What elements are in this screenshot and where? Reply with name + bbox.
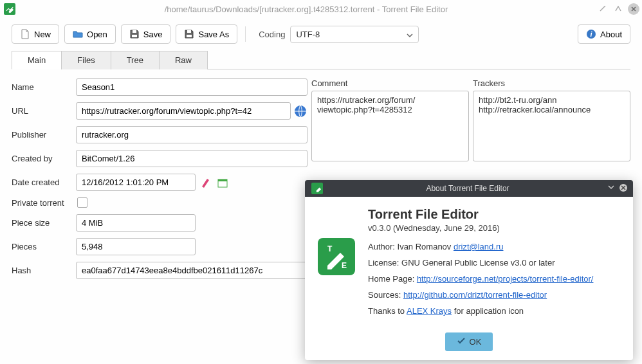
save-as-icon <box>184 29 194 39</box>
about-sources: Sources: http://github.com/drizt/torrent… <box>368 290 620 300</box>
about-button[interactable]: i About <box>578 24 630 44</box>
minimize-button[interactable] <box>597 3 609 15</box>
new-label: New <box>34 30 51 39</box>
window-title: /home/taurus/Downloads/[rutracker.org].t… <box>15 5 597 14</box>
save-as-button[interactable]: Save As <box>176 24 237 44</box>
author-email-link[interactable]: drizt@land.ru <box>454 242 504 251</box>
titlebar: /home/taurus/Downloads/[rutracker.org].t… <box>0 0 642 18</box>
svg-text:E: E <box>342 261 347 270</box>
about-homepage: Home Page: http://sourceforge.net/projec… <box>368 274 620 284</box>
check-icon <box>457 336 466 347</box>
chevron-down-icon <box>407 30 413 39</box>
tabs: Main Files Tree Raw <box>12 50 630 69</box>
about-title: About Torrent File Editor <box>328 184 607 193</box>
pieces-label: Pieces <box>12 242 76 251</box>
homepage-link[interactable]: http://sourceforge.net/projects/torrent-… <box>417 274 594 284</box>
about-header: About Torrent File Editor <box>305 180 633 197</box>
about-footer: OK <box>305 330 633 360</box>
tab-main[interactable]: Main <box>12 51 62 69</box>
file-icon <box>20 29 30 39</box>
private-checkbox[interactable] <box>77 197 87 208</box>
about-info: Torrent File Editor v0.3.0 (Wednesday, J… <box>368 207 620 322</box>
publisher-input[interactable] <box>76 126 307 143</box>
globe-icon[interactable] <box>293 104 307 118</box>
thanks-link[interactable]: ALEX Krays <box>407 306 452 316</box>
about-license: License: GNU General Public License v3.0… <box>368 258 620 268</box>
piecesize-input[interactable] <box>76 214 196 232</box>
trackers-label: Trackers <box>473 78 630 88</box>
piecesize-label: Piece size <box>12 218 76 228</box>
info-icon: i <box>586 29 596 39</box>
about-collapse-icon[interactable] <box>607 183 615 194</box>
open-label: Open <box>87 30 107 39</box>
trackers-textarea[interactable]: http://bt2.t-ru.org/ann http://retracker… <box>473 91 630 161</box>
name-label: Name <box>12 82 76 92</box>
hash-input[interactable] <box>76 262 307 279</box>
svg-rect-1 <box>133 30 136 33</box>
tab-tree[interactable]: Tree <box>111 51 160 69</box>
sources-link[interactable]: http://github.com/drizt/torrent-file-edi… <box>403 290 547 300</box>
svg-rect-3 <box>187 30 191 33</box>
coding-label: Coding <box>259 30 285 39</box>
form-column: Name URL Publisher Created by Date creat… <box>12 78 307 286</box>
close-button[interactable] <box>628 3 639 15</box>
save-button[interactable]: Save <box>121 24 171 44</box>
save-as-label: Save As <box>198 30 229 39</box>
about-label: About <box>600 30 622 39</box>
app-logo-icon: TE <box>318 238 355 275</box>
about-author: Author: Ivan Romanov drizt@land.ru <box>368 242 620 251</box>
svg-rect-2 <box>187 35 192 37</box>
app-icon <box>4 3 15 15</box>
date-input[interactable] <box>76 174 196 191</box>
name-input[interactable] <box>76 78 307 96</box>
maximize-button[interactable] <box>612 3 624 15</box>
about-body: TE Torrent File Editor v0.3.0 (Wednesday… <box>305 197 633 330</box>
date-label: Date created <box>12 177 76 187</box>
svg-rect-0 <box>132 35 137 37</box>
folder-open-icon <box>73 29 83 39</box>
ok-label: OK <box>470 337 482 347</box>
hash-label: Hash <box>12 266 76 275</box>
about-logo: TE <box>318 207 356 322</box>
createdby-input[interactable] <box>76 150 307 167</box>
tab-files[interactable]: Files <box>61 51 111 69</box>
about-version: v0.3.0 (Wednesday, June 29, 2016) <box>368 223 620 233</box>
comment-label: Comment <box>311 78 469 88</box>
new-button[interactable]: New <box>12 24 59 44</box>
url-label: URL <box>12 106 76 116</box>
about-dialog: About Torrent File Editor TE Torrent Fil… <box>305 180 633 360</box>
createdby-label: Created by <box>12 154 76 163</box>
open-button[interactable]: Open <box>64 24 116 44</box>
svg-text:T: T <box>327 244 333 253</box>
about-app-name: Torrent File Editor <box>368 207 620 222</box>
window-controls <box>597 3 639 15</box>
calendar-icon[interactable] <box>216 176 229 189</box>
coding-value: UTF-8 <box>296 30 320 39</box>
save-icon <box>129 29 140 39</box>
tab-raw[interactable]: Raw <box>159 51 208 69</box>
publisher-label: Publisher <box>12 130 76 140</box>
svg-rect-8 <box>218 179 227 181</box>
url-input[interactable] <box>76 102 291 120</box>
pieces-input[interactable] <box>76 238 196 255</box>
save-label: Save <box>143 30 163 39</box>
separator <box>245 26 246 42</box>
app-icon <box>311 183 323 194</box>
about-close-icon[interactable] <box>619 183 628 194</box>
ok-button[interactable]: OK <box>445 332 493 351</box>
about-thanks: Thanks to ALEX Krays for application ico… <box>368 306 620 316</box>
clear-date-icon[interactable] <box>199 176 212 189</box>
comment-textarea[interactable]: https://rutracker.org/forum/ viewtopic.p… <box>311 91 469 161</box>
coding-select[interactable]: UTF-8 <box>290 26 419 43</box>
private-label: Private torrent <box>12 198 76 208</box>
toolbar: New Open Save Save As Coding UTF-8 i Abo… <box>0 18 642 50</box>
